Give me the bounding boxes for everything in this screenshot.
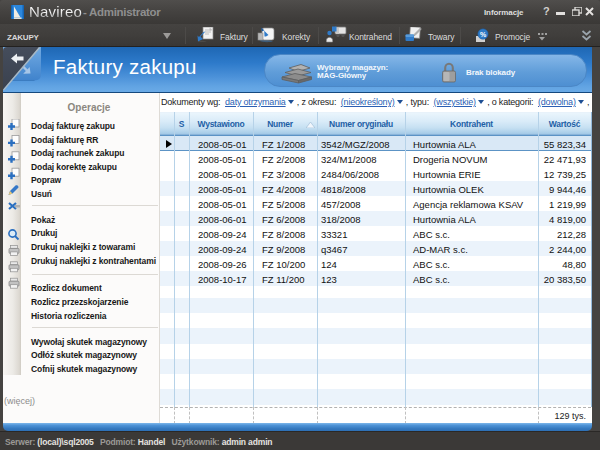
svg-text:%: % [480,31,487,38]
